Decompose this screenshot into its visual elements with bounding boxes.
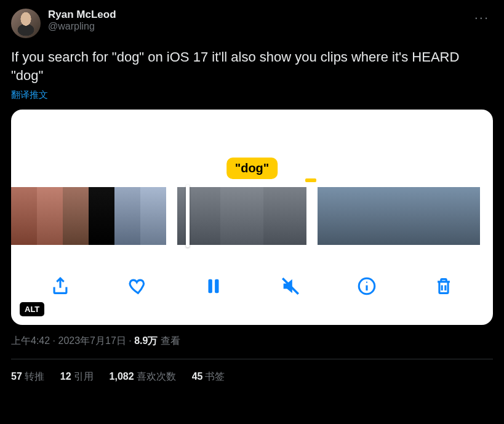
author-block[interactable]: Ryan McLeod @warpling	[48, 9, 471, 32]
clip-frame	[345, 187, 372, 245]
clip-group-active	[177, 187, 306, 245]
stat-likes[interactable]: 1,082喜欢次数	[110, 370, 176, 383]
tweet-time[interactable]: 上午4:42	[11, 335, 50, 346]
stat-quotes[interactable]: 12引用	[60, 370, 94, 383]
clip-frame	[140, 187, 166, 245]
stat-retweets[interactable]: 57转推	[11, 370, 44, 383]
clip-group	[318, 187, 480, 245]
stat-bookmarks[interactable]: 45书签	[192, 370, 225, 383]
clip-frame	[89, 187, 114, 245]
media-toolbar	[11, 267, 493, 305]
views-count: 8.9万	[134, 335, 158, 346]
pause-icon[interactable]	[200, 273, 227, 300]
svg-point-5	[366, 282, 367, 283]
tweet-text: If you search for "dog" on iOS 17 it'll …	[11, 48, 493, 84]
media-card[interactable]: "dog"	[11, 110, 493, 325]
clip-frame	[11, 187, 37, 245]
clip-frame	[399, 187, 426, 245]
svg-rect-1	[215, 279, 218, 294]
alt-badge[interactable]: ALT	[20, 302, 44, 316]
clip-group	[11, 187, 166, 245]
tweet-meta: 上午4:42 · 2023年7月17日 · 8.9万 查看	[11, 335, 493, 348]
author-name: Ryan McLeod	[48, 9, 471, 21]
trash-icon[interactable]	[430, 273, 457, 300]
tweet-date[interactable]: 2023年7月17日	[58, 335, 126, 346]
clip-frame	[177, 187, 220, 245]
clip-frame	[372, 187, 399, 245]
clip-frame	[114, 187, 140, 245]
tweet-container: Ryan McLeod @warpling ··· If you search …	[0, 0, 504, 383]
svg-rect-0	[209, 279, 212, 294]
clip-frame	[263, 187, 306, 245]
views-label: 查看	[158, 335, 180, 346]
clip-frame	[220, 187, 263, 245]
avatar[interactable]	[11, 9, 41, 38]
share-icon[interactable]	[47, 273, 74, 300]
author-handle: @warpling	[48, 21, 471, 32]
translate-link[interactable]: 翻译推文	[11, 89, 493, 101]
video-scrubber-strip[interactable]	[11, 187, 493, 245]
more-icon[interactable]: ···	[471, 9, 493, 27]
tweet-header: Ryan McLeod @warpling ···	[11, 9, 493, 38]
clip-frame	[63, 187, 89, 245]
clip-frame	[426, 187, 453, 245]
mute-icon[interactable]	[277, 273, 304, 300]
info-icon[interactable]	[353, 273, 380, 300]
clip-frame	[453, 187, 480, 245]
playhead[interactable]	[186, 185, 190, 247]
tweet-stats: 57转推 12引用 1,082喜欢次数 45书签	[11, 359, 493, 383]
clip-frame	[37, 187, 63, 245]
heart-icon[interactable]	[124, 273, 151, 300]
search-term-pill: "dog"	[226, 158, 278, 179]
timeline-marker	[305, 178, 316, 182]
clip-frame	[318, 187, 345, 245]
